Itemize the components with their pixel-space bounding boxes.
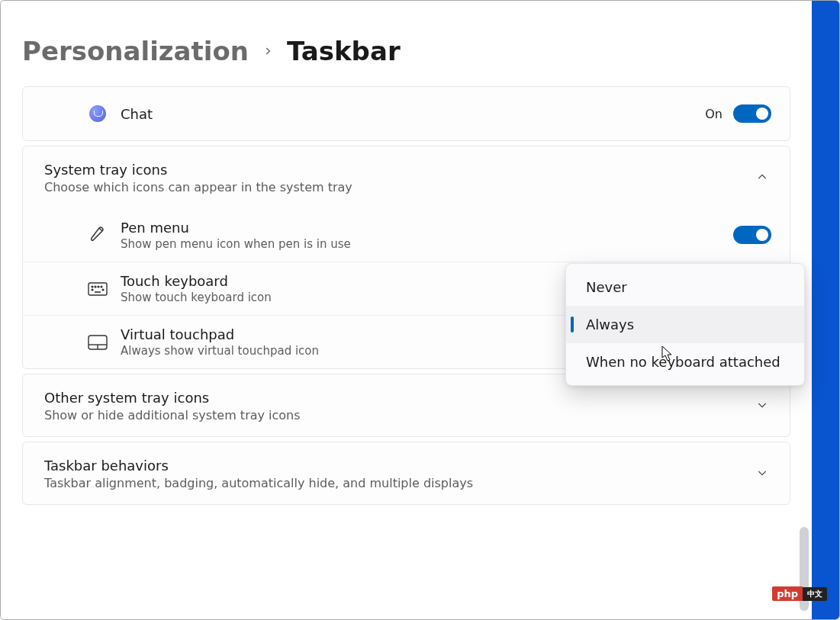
svg-point-1 [92,286,93,288]
taskbar-item-chat: Chat On [22,86,790,141]
chevron-down-icon [756,399,768,414]
other-tray-subtitle: Show or hide additional system tray icon… [44,408,756,422]
breadcrumb-parent[interactable]: Personalization [22,36,249,66]
system-tray-subtitle: Choose which icons can appear in the sys… [44,180,756,194]
breadcrumb: Personalization Taskbar [1,36,812,86]
chat-icon [44,105,121,122]
dropdown-option-when-no-keyboard[interactable]: When no keyboard attached [566,343,804,381]
window-edge-right [810,1,839,619]
chevron-right-icon [262,42,273,60]
behaviors-title: Taskbar behaviors [44,458,756,474]
pen-menu-title: Pen menu [121,220,733,236]
behaviors-subtitle: Taskbar alignment, badging, automaticall… [44,476,756,490]
svg-point-6 [102,289,104,291]
system-tray-icons-header[interactable]: System tray icons Choose which icons can… [23,146,790,208]
watermark-right: 中文 [803,587,827,601]
keyboard-icon [44,282,121,296]
chevron-up-icon [756,171,768,186]
pen-menu-row: Pen menu Show pen menu icon when pen is … [23,208,790,262]
pen-menu-toggle[interactable] [733,226,771,244]
svg-point-3 [98,286,99,288]
chat-label: Chat [121,106,705,122]
dropdown-option-never[interactable]: Never [566,268,804,306]
chat-state-label: On [705,107,723,121]
page-title: Taskbar [287,36,401,66]
svg-rect-0 [89,283,107,295]
taskbar-behaviors-section[interactable]: Taskbar behaviors Taskbar alignment, bad… [22,442,790,505]
pen-menu-subtitle: Show pen menu icon when pen is in use [121,237,733,251]
system-tray-title: System tray icons [44,162,756,178]
svg-point-4 [101,286,102,288]
svg-point-2 [95,286,96,288]
touch-keyboard-dropdown[interactable]: Never Always When no keyboard attached [565,263,805,386]
dropdown-option-always[interactable]: Always [566,306,804,343]
svg-point-5 [92,289,93,291]
chevron-down-icon [756,467,768,482]
touchpad-icon [44,335,121,350]
chat-toggle[interactable] [733,104,771,123]
pen-icon [44,226,121,244]
watermark-left: php [772,586,803,601]
other-tray-title: Other system tray icons [44,390,756,406]
watermark: php 中文 [772,586,827,601]
